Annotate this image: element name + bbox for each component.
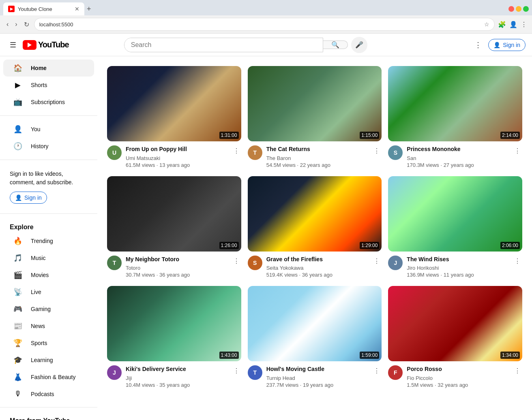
video-avatar: F (388, 365, 403, 380)
window-close-button[interactable] (508, 6, 514, 12)
video-title: My Neighbor Totoro (126, 256, 227, 264)
signin-prompt: Sign in to like videos, comment, and sub… (0, 165, 97, 209)
you-icon: 👤 (13, 125, 23, 134)
video-duration: 2:06:00 (500, 242, 520, 249)
video-menu-button[interactable]: ⋮ (372, 365, 382, 376)
video-card[interactable]: 1:29:00 S Grave of the Fireflies Seita Y… (248, 176, 382, 278)
sidebar-label-music: Music (31, 255, 46, 261)
trending-icon: 🔥 (13, 237, 23, 245)
sidebar-signin-button[interactable]: 👤 Sign in (10, 192, 47, 204)
video-card[interactable]: 1:15:00 T The Cat Returns The Baron 54.5… (248, 66, 382, 168)
history-icon: 🕐 (13, 142, 23, 151)
video-card[interactable]: 1:43:00 J Kiki's Delivery Service Jiji 1… (107, 286, 241, 388)
video-title: Howl's Moving Castle (266, 365, 368, 373)
video-title: Princess Mononoke (407, 145, 508, 154)
sidebar-label-fashion: Fashion & Beauty (31, 374, 76, 380)
video-menu-button[interactable]: ⋮ (232, 145, 241, 156)
sidebar-item-history[interactable]: 🕐 History (3, 138, 94, 155)
sidebar-item-music[interactable]: 🎵 Music (3, 249, 94, 266)
video-menu-button[interactable]: ⋮ (372, 256, 382, 266)
video-thumbnail: 1:34:00 (388, 286, 522, 361)
back-button[interactable]: ‹ (5, 19, 10, 30)
video-title: Kiki's Delivery Service (126, 365, 227, 373)
video-info: J The Wind Rises Jiro Horikoshi 136.9M v… (388, 256, 522, 278)
sidebar-item-fashion[interactable]: 👗 Fashion & Beauty (3, 369, 94, 386)
video-grid: 1:31:00 U From Up on Poppy Hill Umi Mats… (107, 66, 522, 388)
forward-button[interactable]: › (13, 19, 19, 30)
video-title: From Up on Poppy Hill (126, 145, 227, 154)
video-card[interactable]: 1:34:00 F Porco Rosso Fio Piccolo 1.5M v… (388, 286, 522, 388)
video-menu-button[interactable]: ⋮ (372, 145, 382, 156)
window-minimize-button[interactable] (516, 6, 521, 12)
video-card[interactable]: 1:26:00 T My Neighbor Totoro Totoro 30.7… (107, 176, 241, 278)
video-details: Howl's Moving Castle Turnip Head 237.7M … (266, 365, 368, 388)
video-meta: 10.4M views · 35 years ago (126, 382, 227, 388)
tab-close-icon[interactable]: ✕ (75, 6, 79, 12)
sidebar-signin-icon: 👤 (15, 194, 22, 201)
video-menu-button[interactable]: ⋮ (513, 365, 522, 376)
sidebar-item-subscriptions[interactable]: 📺 Subscriptions (3, 94, 94, 111)
video-card[interactable]: 1:59:00 T Howl's Moving Castle Turnip He… (248, 286, 382, 388)
sidebar-item-sports[interactable]: 🏆 Sports (3, 335, 94, 352)
video-info: J Kiki's Delivery Service Jiji 10.4M vie… (107, 365, 241, 388)
movies-icon: 🎬 (13, 271, 23, 279)
video-duration: 1:59:00 (360, 352, 379, 359)
sidebar-item-movies[interactable]: 🎬 Movies (3, 266, 94, 284)
signin-prompt-text: Sign in to like videos, comment, and sub… (10, 171, 73, 185)
video-meta: 136.9M views · 11 years ago (407, 272, 508, 278)
sidebar-label-shorts: Shorts (31, 82, 47, 88)
sidebar-item-podcasts[interactable]: 🎙 Podcasts (3, 386, 94, 402)
thumb-scene (388, 66, 522, 141)
star-icon: ☆ (484, 21, 489, 28)
address-input[interactable]: localhost:5500 ☆ (34, 18, 495, 31)
sidebar-item-trending[interactable]: 🔥 Trending (3, 232, 94, 249)
sidebar-item-learning[interactable]: 🎓 Learning (3, 352, 94, 369)
thumb-scene (107, 176, 241, 252)
sidebar-item-live[interactable]: 📡 Live (3, 284, 94, 301)
sidebar-item-news[interactable]: 📰 News (3, 318, 94, 335)
sidebar-item-home[interactable]: 🏠 Home (3, 60, 94, 77)
sidebar-label-learning: Learning (31, 357, 53, 363)
video-menu-button[interactable]: ⋮ (232, 256, 241, 266)
sidebar-item-shorts[interactable]: ▶ Shorts (3, 77, 94, 94)
new-tab-button[interactable]: + (87, 5, 91, 13)
profile-icon: 👤 (509, 21, 517, 28)
search-input[interactable] (124, 38, 323, 52)
news-icon: 📰 (13, 322, 23, 330)
browser-tab-bar: ▶ Youtube Clone ✕ + (0, 0, 532, 15)
video-info: T My Neighbor Totoro Totoro 30.7M views … (107, 256, 241, 278)
gaming-icon: 🎮 (13, 305, 23, 313)
video-thumbnail: 2:06:00 (388, 176, 522, 252)
header-left: ☰ YouTube (6, 37, 69, 53)
youtube-logo[interactable]: YouTube (23, 40, 69, 50)
reload-button[interactable]: ↻ (22, 19, 31, 30)
header-dots-button[interactable]: ⋮ (471, 37, 485, 53)
video-info: S Princess Mononoke San 170.3M views · 2… (388, 145, 522, 168)
header-signin-button[interactable]: 👤 Sign in (488, 39, 526, 51)
sports-icon: 🏆 (13, 339, 23, 348)
video-card[interactable]: 2:06:00 J The Wind Rises Jiro Horikoshi … (388, 176, 522, 278)
video-title: The Cat Returns (266, 145, 368, 154)
thumb-scene (107, 66, 241, 141)
video-card[interactable]: 1:31:00 U From Up on Poppy Hill Umi Mats… (107, 66, 241, 168)
video-avatar: J (107, 365, 122, 380)
video-menu-button[interactable]: ⋮ (513, 256, 522, 266)
sidebar-item-gaming[interactable]: 🎮 Gaming (3, 301, 94, 318)
shorts-icon: ▶ (13, 81, 23, 90)
video-menu-button[interactable]: ⋮ (232, 365, 241, 376)
address-text: localhost:5500 (39, 21, 481, 28)
mic-button[interactable]: 🎤 (351, 37, 367, 53)
hamburger-button[interactable]: ☰ (6, 37, 19, 53)
search-button[interactable]: 🔍 (323, 41, 348, 49)
video-duration: 1:31:00 (219, 132, 239, 139)
window-maximize-button[interactable] (523, 6, 529, 12)
sidebar-item-you[interactable]: 👤 You (3, 121, 94, 138)
video-card[interactable]: 2:14:00 S Princess Mononoke San 170.3M v… (388, 66, 522, 168)
video-title: The Wind Rises (407, 256, 508, 264)
sidebar-label-subscriptions: Subscriptions (31, 99, 65, 105)
browser-tab[interactable]: ▶ Youtube Clone ✕ (3, 2, 84, 15)
video-duration: 1:15:00 (360, 132, 379, 139)
video-details: The Cat Returns The Baron 54.5M views · … (266, 145, 368, 168)
video-channel: Seita Yokokawa (266, 265, 368, 271)
video-menu-button[interactable]: ⋮ (513, 145, 522, 156)
